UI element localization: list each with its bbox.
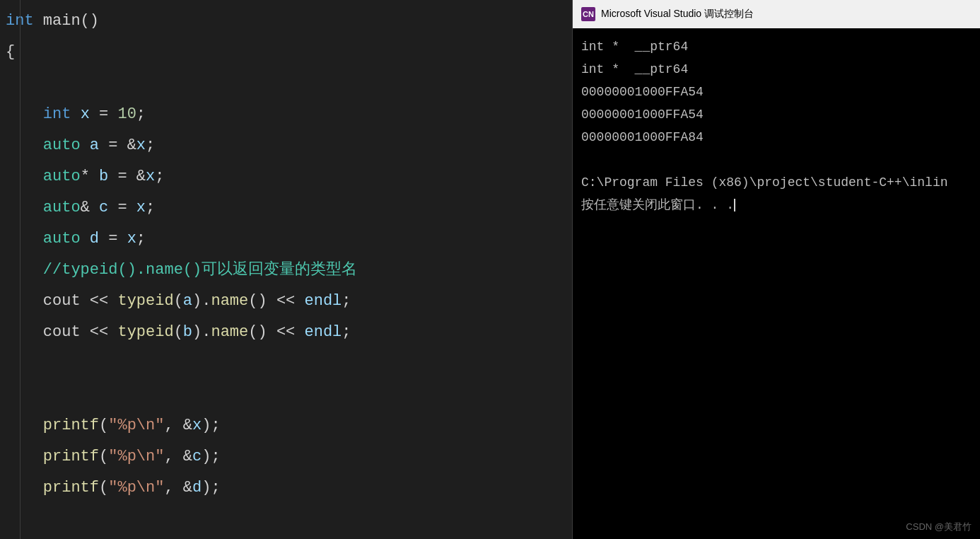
token: "%p\n" xyxy=(108,448,164,465)
line-content xyxy=(6,68,572,99)
token: typeid xyxy=(117,292,173,310)
line-content xyxy=(6,379,572,410)
line-content: auto a = &x; xyxy=(6,130,572,161)
console-title: Microsoft Visual Studio 调试控制台 xyxy=(601,8,754,21)
console-line xyxy=(581,149,972,171)
line-content xyxy=(6,535,572,539)
line-content: printf("%p\n", &d); xyxy=(6,473,572,504)
console-body: int * __ptr64int * __ptr6400000001000FFA… xyxy=(573,28,980,539)
attribution: CSDN @美君竹 xyxy=(906,521,972,533)
token: , & xyxy=(164,479,192,497)
token: & xyxy=(81,199,99,216)
token: ( xyxy=(99,448,108,465)
token: ); xyxy=(202,448,220,465)
code-line: auto d = x; xyxy=(0,224,572,255)
token: , & xyxy=(164,448,192,465)
code-line: int x = 10; xyxy=(0,99,572,130)
token xyxy=(6,168,43,185)
code-line xyxy=(0,348,572,379)
token xyxy=(6,292,43,310)
token: typeid xyxy=(117,323,173,341)
token: cout xyxy=(43,323,81,341)
token: ); xyxy=(202,479,220,497)
console-line: C:\Program Files (x86)\project\student-C… xyxy=(581,171,972,194)
token: printf xyxy=(43,479,99,497)
token: << xyxy=(81,323,118,341)
console-line: int * __ptr64 xyxy=(581,35,972,58)
token: ). xyxy=(192,292,211,310)
token: x xyxy=(127,230,136,248)
token: x xyxy=(146,168,155,185)
token: name xyxy=(211,323,248,341)
token: //typeid().name()可以返回变量的类型名 xyxy=(6,261,357,279)
token: a xyxy=(90,137,99,154)
token xyxy=(71,105,80,123)
token: a xyxy=(183,292,192,310)
code-line: auto a = &x; xyxy=(0,130,572,161)
line-content: auto& c = x; xyxy=(6,192,572,224)
console-title-bar: CN Microsoft Visual Studio 调试控制台 xyxy=(573,0,980,28)
token: = & xyxy=(108,168,146,185)
token: x xyxy=(136,199,146,216)
token xyxy=(6,448,43,465)
token: ; xyxy=(146,137,155,154)
token xyxy=(6,417,43,434)
line-content: { xyxy=(6,37,572,68)
token: { xyxy=(6,43,15,61)
code-line: //typeid().name()可以返回变量的类型名 xyxy=(0,255,572,286)
token: name xyxy=(211,292,248,310)
token: ( xyxy=(174,323,183,341)
console-line: 00000001000FFA54 xyxy=(581,103,972,126)
token: auto xyxy=(43,137,81,154)
token: x xyxy=(81,105,90,123)
left-border-line xyxy=(20,0,21,539)
token xyxy=(6,137,43,154)
code-line: auto* b = &x; xyxy=(0,161,572,192)
token: ; xyxy=(136,105,146,123)
token: ; xyxy=(136,230,146,248)
code-line xyxy=(0,535,572,539)
token: b xyxy=(99,168,108,185)
line-content: //typeid().name()可以返回变量的类型名 xyxy=(6,255,572,286)
line-content: int x = 10; xyxy=(6,99,572,130)
token xyxy=(81,137,90,154)
token: int xyxy=(43,105,71,123)
token: endl xyxy=(305,292,342,310)
code-line: auto& c = x; xyxy=(0,192,572,224)
token: x xyxy=(136,137,146,154)
token: auto xyxy=(43,230,81,248)
token: printf xyxy=(43,448,99,465)
token: ); xyxy=(202,417,220,434)
code-line: printf("%p\n", &c); xyxy=(0,441,572,473)
token: () << xyxy=(248,323,304,341)
token: = xyxy=(99,230,127,248)
token xyxy=(6,199,43,216)
console-line: int * __ptr64 xyxy=(581,58,972,81)
line-content: printf("%p\n", &x); xyxy=(6,410,572,441)
token: ). xyxy=(192,323,211,341)
token: ; xyxy=(155,168,164,185)
token: = xyxy=(90,105,118,123)
token: endl xyxy=(305,323,342,341)
cursor xyxy=(734,199,735,211)
token: auto xyxy=(43,168,81,185)
token xyxy=(6,230,43,248)
token: b xyxy=(183,323,192,341)
vs-icon: CN xyxy=(581,7,595,21)
token: ; xyxy=(342,292,351,310)
token: d xyxy=(90,230,99,248)
token: ( xyxy=(99,479,108,497)
token: c xyxy=(192,448,202,465)
token: cout xyxy=(43,292,81,310)
token: main() xyxy=(34,12,99,30)
code-line: printf("%p\n", &d); xyxy=(0,473,572,504)
token xyxy=(6,105,43,123)
token: * xyxy=(81,168,99,185)
token xyxy=(81,230,90,248)
token: c xyxy=(99,199,108,216)
code-line: { xyxy=(0,37,572,68)
token: () << xyxy=(248,292,304,310)
line-content: auto d = x; xyxy=(6,224,572,255)
line-content xyxy=(6,348,572,379)
line-content: cout << typeid(b).name() << endl; xyxy=(6,317,572,348)
